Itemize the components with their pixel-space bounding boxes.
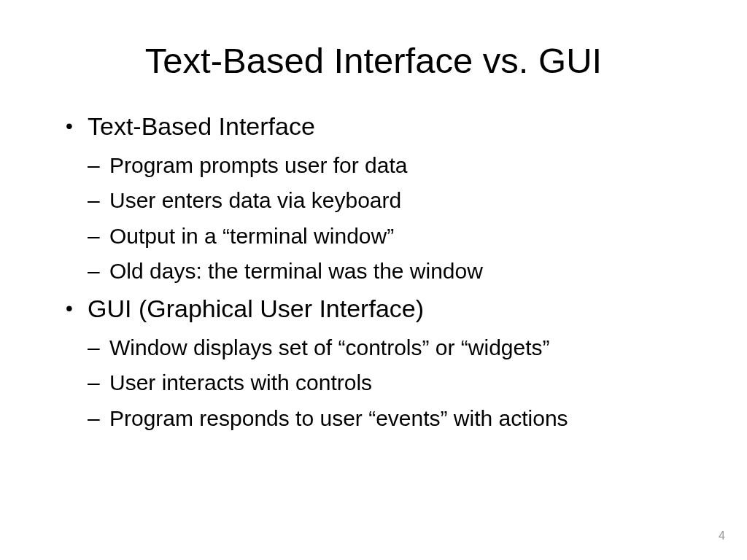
page-number: 4 [719,529,725,542]
sub-bullet-item: User enters data via keyboard [88,186,703,216]
bullet-item: GUI (Graphical User Interface) [66,292,703,326]
slide-title: Text-Based Interface vs. GUI [44,40,703,81]
sub-bullet-item: Program prompts user for data [88,151,703,181]
sub-bullet-item: Window displays set of “controls” or “wi… [88,333,703,363]
slide-content: Text-Based Interface Program prompts use… [44,110,703,433]
sub-bullet-item: Output in a “terminal window” [88,222,703,252]
sub-bullet-item: Program responds to user “events” with a… [88,404,703,434]
bullet-item: Text-Based Interface [66,110,703,144]
sub-bullet-item: Old days: the terminal was the window [88,257,703,287]
sub-bullet-item: User interacts with controls [88,368,703,398]
